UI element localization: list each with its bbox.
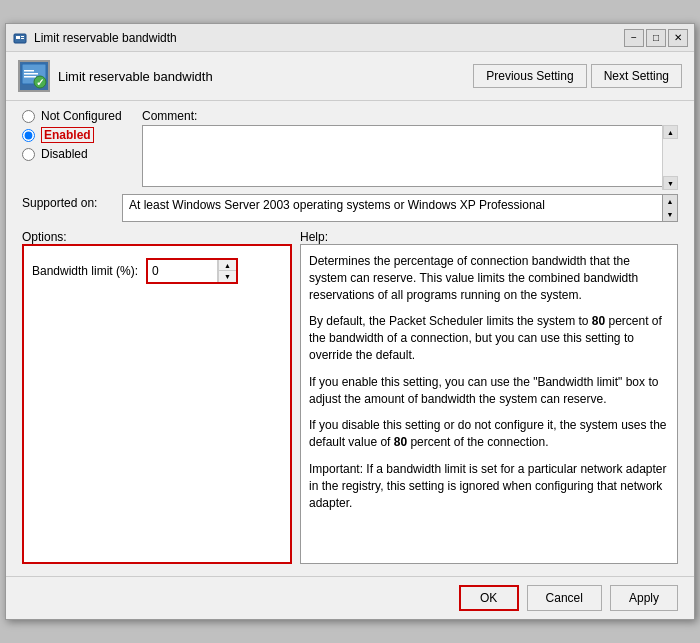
spinner-arrows: ▲ ▼ <box>218 260 236 282</box>
comment-area: Comment: ▲ ▼ <box>142 109 678 190</box>
footer: OK Cancel Apply <box>6 576 694 619</box>
svg-text:✓: ✓ <box>36 77 44 88</box>
not-configured-label: Not Configured <box>41 109 122 123</box>
next-setting-button[interactable]: Next Setting <box>591 64 682 88</box>
comment-scrollbar: ▲ ▼ <box>662 125 678 190</box>
svg-rect-5 <box>24 70 34 72</box>
not-configured-radio[interactable] <box>22 110 35 123</box>
help-title: Help: <box>300 230 328 244</box>
maximize-button[interactable]: □ <box>646 29 666 47</box>
header-left: ✓ Limit reservable bandwidth <box>18 60 213 92</box>
supported-value: At least Windows Server 2003 operating s… <box>122 194 678 222</box>
help-para-2: By default, the Packet Scheduler limits … <box>309 313 669 363</box>
svg-rect-2 <box>21 36 24 37</box>
disabled-radio[interactable] <box>22 148 35 161</box>
svg-rect-7 <box>24 76 36 78</box>
supported-scroll-up[interactable]: ▲ <box>663 195 677 208</box>
comment-label: Comment: <box>142 109 678 123</box>
comment-textarea[interactable] <box>142 125 678 187</box>
svg-rect-1 <box>16 36 20 39</box>
not-configured-option: Not Configured <box>22 109 142 123</box>
supported-scrollbar: ▲ ▼ <box>662 194 678 222</box>
supported-scroll-down[interactable]: ▼ <box>663 208 677 221</box>
main-content: Not Configured Enabled Disabled Comment: <box>6 101 694 572</box>
options-section: Options: Bandwidth limit (%): ▲ ▼ <box>22 230 292 564</box>
ok-button[interactable]: OK <box>459 585 519 611</box>
help-para-4: If you disable this setting or do not co… <box>309 417 669 451</box>
disabled-option: Disabled <box>22 147 142 161</box>
minimize-button[interactable]: − <box>624 29 644 47</box>
help-section: Help: Determines the percentage of conne… <box>300 230 678 564</box>
title-bar-controls: − □ ✕ <box>624 29 688 47</box>
help-panel: Determines the percentage of connection … <box>300 244 678 564</box>
disabled-label: Disabled <box>41 147 88 161</box>
spinner-up-button[interactable]: ▲ <box>218 260 236 271</box>
svg-rect-3 <box>21 38 24 39</box>
close-button[interactable]: ✕ <box>668 29 688 47</box>
supported-container: At least Windows Server 2003 operating s… <box>122 194 678 222</box>
supported-row: Supported on: At least Windows Server 20… <box>22 194 678 222</box>
scroll-down-arrow[interactable]: ▼ <box>663 176 678 190</box>
bandwidth-input[interactable] <box>148 260 218 282</box>
enabled-radio[interactable] <box>22 129 35 142</box>
header-nav-buttons: Previous Setting Next Setting <box>473 64 682 88</box>
scroll-up-arrow[interactable]: ▲ <box>663 125 678 139</box>
header-bar: ✓ Limit reservable bandwidth Previous Se… <box>6 52 694 101</box>
apply-button[interactable]: Apply <box>610 585 678 611</box>
cancel-button[interactable]: Cancel <box>527 585 602 611</box>
supported-text: At least Windows Server 2003 operating s… <box>129 198 545 212</box>
options-title: Options: <box>22 230 67 244</box>
title-bar: Limit reservable bandwidth − □ ✕ <box>6 24 694 52</box>
help-para-1: Determines the percentage of connection … <box>309 253 669 303</box>
title-bar-left: Limit reservable bandwidth <box>12 30 177 46</box>
help-para-5: Important: If a bandwidth limit is set f… <box>309 461 669 511</box>
bandwidth-row: Bandwidth limit (%): ▲ ▼ <box>32 258 282 284</box>
svg-rect-6 <box>24 73 38 75</box>
spinner-down-button[interactable]: ▼ <box>218 271 236 282</box>
bandwidth-spinner: ▲ ▼ <box>146 258 238 284</box>
previous-setting-button[interactable]: Previous Setting <box>473 64 586 88</box>
bandwidth-label: Bandwidth limit (%): <box>32 264 138 278</box>
supported-label: Supported on: <box>22 194 122 210</box>
enabled-label: Enabled <box>41 127 94 143</box>
main-window: Limit reservable bandwidth − □ ✕ ✓ Limit… <box>5 23 695 620</box>
options-help-area: Options: Bandwidth limit (%): ▲ ▼ <box>22 230 678 564</box>
header-title: Limit reservable bandwidth <box>58 69 213 84</box>
enabled-option: Enabled <box>22 127 142 143</box>
window-title: Limit reservable bandwidth <box>34 31 177 45</box>
options-panel: Bandwidth limit (%): ▲ ▼ <box>22 244 292 564</box>
help-para-3: If you enable this setting, you can use … <box>309 374 669 408</box>
window-icon <box>12 30 28 46</box>
radio-group: Not Configured Enabled Disabled <box>22 109 142 182</box>
policy-icon: ✓ <box>18 60 50 92</box>
